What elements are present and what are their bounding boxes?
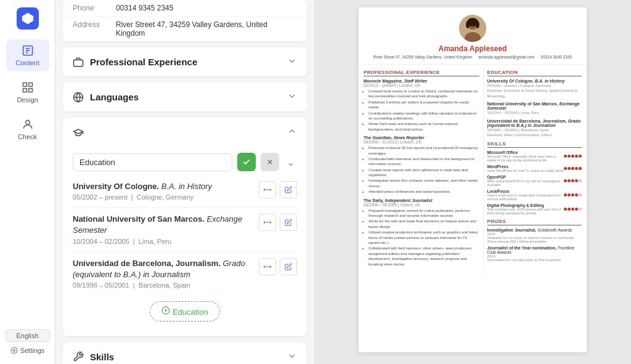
dot — [564, 155, 567, 158]
skill-4-info: LocalFocus Used LocalFocus to create dat… — [487, 189, 564, 201]
education-item-2-edit-button[interactable] — [280, 214, 297, 231]
skill-5-desc: Shot & Edited over 3,000 photos with ove… — [487, 208, 564, 215]
education-item-3-meta: 09/1998 – 05/2001 | Barcelona, Spain — [73, 281, 254, 289]
sidebar-item-content-label: Content — [15, 59, 39, 67]
sidebar: Content Design Check English Settings — [0, 0, 55, 364]
education-item-3-move-button[interactable] — [259, 258, 276, 275]
education-item-1-move-button[interactable] — [259, 181, 276, 198]
resume-paper: Amanda Appleseed River Street 47, 34259 … — [359, 7, 587, 352]
resume-email: amanda.appleseed@gmail.com — [478, 55, 535, 59]
skill-4-desc: Used LocalFocus to create data visualisa… — [487, 193, 564, 201]
education-item-2: National University of San Marcos. Excha… — [73, 208, 297, 251]
resume-prize-2-desc: Nominated for my past work at The Guardi… — [487, 258, 582, 262]
education-list: University Of Cologne. B.A. in History 0… — [63, 175, 307, 295]
education-item-1-title: University Of Cologne. B.A. in History — [73, 181, 254, 192]
education-item-3-edit-button[interactable] — [280, 258, 297, 275]
resume-job-3-title: The Daily, Independent Journalist — [364, 198, 479, 203]
pencil-icon — [285, 186, 292, 193]
dot — [571, 179, 574, 182]
education-item-1-actions — [254, 181, 297, 198]
skills-title: Skills — [90, 352, 114, 362]
resume-skills-title: Skills — [487, 141, 582, 148]
professional-experience-section: Professional Experience — [63, 47, 307, 76]
edit-icon — [22, 44, 34, 57]
bullet: Created news reports with strict adheren… — [368, 168, 479, 178]
education-item-2-text: National University of San Marcos. Excha… — [73, 214, 254, 245]
contact-info-card: Phone 00314 9345 2345 Address River Stre… — [63, 0, 307, 41]
dot — [575, 167, 578, 170]
pencil-icon — [285, 219, 292, 226]
resume-prize-1-desc: Awarded for my work on silicium miners i… — [487, 236, 582, 243]
resume-job-2-title: The Guardian, News Reporter — [364, 135, 479, 140]
sidebar-item-check-label: Check — [18, 133, 37, 140]
skill-5-dots — [564, 208, 582, 211]
svg-rect-8 — [28, 89, 32, 92]
professional-experience-header[interactable]: Professional Experience — [63, 47, 307, 76]
education-confirm-button[interactable] — [237, 153, 256, 171]
resume-location: River Street 47, 34259 Valley Gardens, U… — [373, 55, 473, 59]
resume-job-2-bullets: Produced exclusive 30 live reports and c… — [364, 145, 479, 195]
dot — [575, 155, 578, 158]
resume-edu-3-sub: 09/1998 – 05/2001 | Barcelona, SpainElec… — [487, 127, 582, 138]
education-item-3-title: Universidad de Barcelona, Journalism. Gr… — [73, 258, 254, 280]
skill-5-name: Digital Photography & Editing — [487, 203, 564, 208]
graduation-icon — [73, 127, 84, 138]
bullet: Attended press conferences and asked que… — [368, 189, 479, 194]
resume-edu-2: National University of San Marcos, Excha… — [487, 102, 582, 115]
bullet: Wrote for the web and made final decisio… — [368, 219, 479, 229]
checkmark-icon — [242, 158, 251, 166]
bullet: Utilised creative production techniques … — [368, 230, 479, 245]
education-collapse-button[interactable]: ⌄ — [284, 156, 297, 168]
skill-1-dots — [564, 155, 582, 158]
svg-rect-11 — [74, 60, 83, 67]
resume-name: Amanda Appleseed — [365, 44, 580, 53]
dot — [564, 167, 567, 170]
languages-header[interactable]: Languages — [63, 83, 307, 111]
globe-icon — [73, 92, 84, 103]
education-item-2-move-button[interactable] — [259, 214, 276, 231]
bullet: Collaborated with field reporters, other… — [368, 246, 479, 267]
resume-job-3-subtitle: 08/2006 – 08/2009 | Oxford, UK — [364, 203, 479, 207]
education-section: ⌄ University Of Cologne. B.A. in History… — [63, 118, 307, 336]
language-button[interactable]: English — [6, 330, 50, 342]
education-title-input[interactable] — [73, 153, 232, 171]
skill-row-1: Microsoft Office Microsoft Office, espec… — [487, 150, 582, 162]
add-education-button[interactable]: Education — [150, 301, 219, 322]
plus-circle-icon — [161, 306, 170, 315]
education-section-header[interactable] — [63, 118, 307, 147]
dot — [575, 179, 578, 182]
resume-education-title: Education — [487, 70, 582, 76]
resume-body: Professional Experience Monocle Magazine… — [359, 65, 587, 275]
sidebar-item-content[interactable]: Content — [6, 39, 49, 71]
education-cancel-button[interactable] — [261, 153, 279, 171]
settings-item[interactable]: Settings — [8, 344, 47, 357]
skills-chevron — [287, 351, 297, 363]
resume-prizes-title: Prizes — [487, 219, 582, 225]
settings-label: Settings — [20, 347, 45, 354]
skill-row-5: Digital Photography & Editing Shot & Edi… — [487, 203, 582, 215]
skill-4-dots — [564, 193, 582, 196]
resume-prize-1: Investigative Journalist, Goldsmith Awar… — [487, 228, 582, 243]
sidebar-item-design-label: Design — [17, 96, 38, 103]
skill-1-desc: Microsoft Office, especially Word have b… — [487, 155, 564, 162]
skills-header[interactable]: Skills — [63, 342, 307, 364]
resume-left-column: Professional Experience Monocle Magazine… — [359, 65, 484, 275]
education-item-1-edit-button[interactable] — [280, 181, 297, 198]
resume-phone: 00314 9345 2345 — [541, 55, 572, 59]
education-chevron — [287, 126, 297, 138]
skill-4-name: LocalFocus — [487, 189, 564, 193]
resume-avatar — [459, 15, 486, 42]
edu-institution-2: National University of San Marcos. — [73, 214, 205, 224]
dot-empty — [579, 208, 582, 211]
svg-marker-0 — [22, 13, 33, 24]
skill-row-4: LocalFocus Used LocalFocus to create dat… — [487, 189, 582, 201]
dot — [568, 193, 571, 196]
resume-job-1-bullets: Covered local events in London & Oxford,… — [364, 89, 479, 132]
resume-job-3-bullets: Prepared investigative content for onlin… — [364, 208, 479, 267]
languages-section: Languages — [63, 83, 307, 111]
sidebar-item-design[interactable]: Design — [6, 76, 49, 108]
dot-empty — [579, 179, 582, 182]
bullet: Published 3 articles per edition & prepa… — [368, 100, 479, 110]
sidebar-item-check[interactable]: Check — [6, 113, 49, 145]
close-icon — [266, 158, 274, 166]
